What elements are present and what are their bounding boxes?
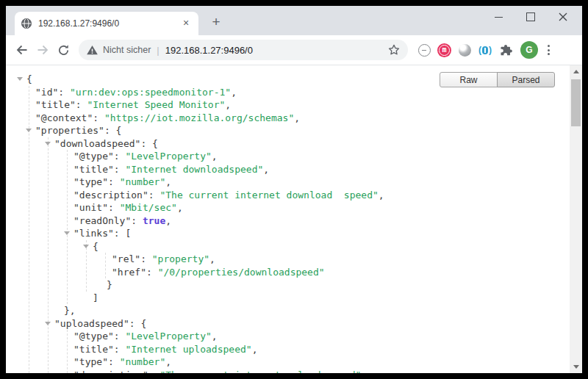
json-punctuation: :: [114, 151, 126, 162]
json-punctuation: ,: [212, 331, 218, 342]
json-line: },: [6, 304, 570, 317]
json-punctuation: :: [108, 356, 120, 367]
json-line: {: [6, 240, 570, 253]
json-punctuation: :: [58, 87, 70, 98]
json-line: }: [6, 278, 570, 292]
json-key: "id": [35, 87, 58, 98]
new-tab-button[interactable]: +: [206, 12, 226, 33]
sphere-icon[interactable]: [457, 43, 472, 57]
json-key: "@type": [74, 331, 114, 342]
bookmark-star-icon[interactable]: [387, 43, 401, 57]
viewer-toggle-group: Raw Parsed: [440, 72, 555, 87]
back-button[interactable]: [12, 40, 32, 60]
raw-button[interactable]: Raw: [440, 72, 498, 87]
address-bar[interactable]: Nicht sicher | 192.168.1.27:9496/0: [79, 40, 408, 60]
json-string: "urn:dev:ops:speedmonitor-1": [70, 87, 231, 98]
vertical-scrollbar[interactable]: [570, 65, 582, 373]
scrollbar-thumb[interactable]: [571, 79, 581, 126]
json-punctuation: :: [76, 99, 87, 110]
json-line: "readOnly": true,: [6, 214, 570, 228]
maximize-button[interactable]: [514, 6, 547, 28]
json-punctuation: :: [114, 164, 126, 175]
json-punctuation: ,: [252, 344, 258, 355]
json-line: "description": "The current internet upl…: [6, 369, 570, 374]
json-string: "number": [120, 176, 166, 187]
reload-icon: [57, 43, 71, 57]
json-key: "title": [35, 99, 76, 110]
json-punctuation: ,: [294, 112, 300, 123]
url-text: 192.168.1.27:9496/0: [165, 45, 387, 56]
json-line: "@type": "LevelProperty",: [6, 150, 570, 163]
json-line: "unit": "Mbit/sec",: [6, 201, 570, 214]
json-key: "type": [74, 356, 108, 367]
collapse-toggle-icon[interactable]: [17, 77, 23, 81]
scroll-up-icon[interactable]: [573, 70, 579, 73]
minimize-icon: [495, 17, 503, 18]
json-punctuation: :: [114, 331, 126, 342]
json-punctuation: :: [114, 344, 126, 355]
json-punctuation: }: [107, 279, 112, 290]
scroll-down-icon[interactable]: [573, 365, 579, 369]
json-string: "Internet downloadspeed": [125, 164, 263, 175]
json-tree: {"id": "urn:dev:ops:speedmonitor-1","tit…: [6, 65, 570, 373]
json-punctuation: :: [148, 190, 160, 201]
collapse-toggle-icon[interactable]: [45, 142, 51, 145]
tab-close-icon[interactable]: ×: [179, 17, 193, 30]
json-key: "links": [74, 228, 114, 239]
collapse-toggle-icon[interactable]: [45, 322, 51, 325]
json-line: "@type": "LevelProperty",: [6, 330, 570, 343]
json-punctuation: :: [108, 202, 120, 213]
json-line: "@context": "https://iot.mozilla.org/sch…: [6, 112, 570, 125]
json-key: "unit": [74, 202, 108, 213]
parsed-button[interactable]: Parsed: [497, 72, 555, 87]
puzzle-icon[interactable]: [498, 43, 513, 57]
json-string: "number": [120, 356, 166, 367]
extensions-row: m (): [417, 43, 513, 57]
json-punctuation: ,: [209, 253, 215, 264]
json-punctuation: : {: [129, 318, 146, 329]
json-key: "rel": [112, 253, 140, 264]
json-line: "title": "Internet uploadspeed",: [6, 343, 570, 356]
json-line: "id": "urn:dev:ops:speedmonitor-1",: [6, 86, 570, 99]
json-line: "links": [: [6, 227, 570, 240]
json-line: "type": "number",: [6, 176, 570, 189]
json-punctuation: :: [93, 112, 104, 123]
collapse-toggle-icon[interactable]: [64, 231, 70, 235]
json-string: "Mbit/sec": [120, 202, 177, 213]
navigation-toolbar: Nicht sicher | 192.168.1.27:9496/0 m (): [6, 35, 582, 65]
json-punctuation: : {: [140, 138, 157, 149]
close-button[interactable]: [547, 6, 579, 28]
profile-avatar[interactable]: G: [520, 41, 538, 59]
mozilla-iot-icon[interactable]: m: [437, 43, 451, 57]
bluetooth-signal-icon[interactable]: (): [478, 43, 492, 57]
json-string: "The current internet upload speed": [159, 369, 361, 374]
json-punctuation: ,: [225, 99, 231, 110]
security-label: Nicht sicher: [103, 45, 151, 55]
json-punctuation: :: [148, 369, 160, 374]
json-line: "href": "/0/properties/downloadspeed": [6, 266, 570, 279]
record-circle-icon[interactable]: [417, 43, 431, 57]
json-key: "description": [74, 190, 148, 201]
forward-arrow-icon: [35, 43, 50, 57]
reload-button[interactable]: [53, 40, 74, 60]
browser-menu-icon[interactable]: [542, 41, 554, 59]
json-key: "@type": [74, 151, 114, 162]
json-line: "title": "Internet downloadspeed",: [6, 163, 570, 176]
json-key: "description": [74, 369, 148, 374]
json-punctuation: : {: [104, 125, 121, 136]
collapse-toggle-icon[interactable]: [83, 245, 89, 248]
forward-button[interactable]: [32, 40, 53, 60]
json-punctuation: : [: [114, 228, 131, 239]
json-string: "Internet uploadspeed": [125, 344, 251, 355]
json-punctuation: :: [131, 215, 143, 226]
browser-tab[interactable]: 192.168.1.27:9496/0 ×: [15, 12, 198, 35]
minimize-button[interactable]: [482, 6, 514, 28]
json-key: "href": [112, 267, 146, 278]
collapse-toggle-icon[interactable]: [26, 129, 32, 132]
json-line: "type": "number",: [6, 355, 570, 369]
json-punctuation: ,: [231, 87, 237, 98]
json-boolean: true: [143, 215, 165, 226]
back-arrow-icon: [15, 43, 29, 57]
json-string: "LevelProperty": [125, 331, 211, 342]
json-string: "/0/properties/downloadspeed": [158, 267, 325, 278]
